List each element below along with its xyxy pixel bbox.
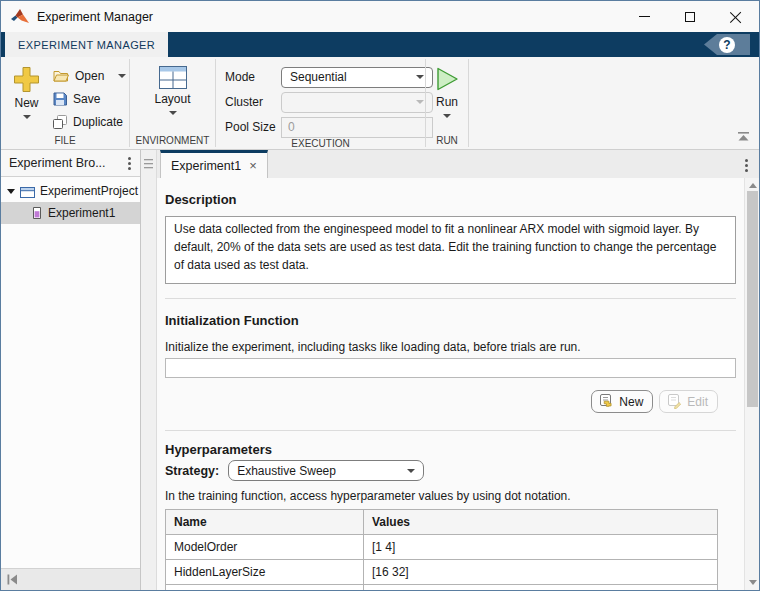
duplicate-button[interactable]: Duplicate: [50, 110, 129, 133]
hyperparameter-values[interactable]: [16 32]: [364, 560, 718, 585]
cluster-dropdown: [281, 92, 433, 113]
ribbon-group-environment: Layout ENVIRONMENT: [130, 57, 215, 149]
table-row[interactable]: ModelOrder [1 4]: [166, 535, 718, 560]
pool-size-label: Pool Size: [225, 120, 281, 134]
close-button[interactable]: [713, 1, 759, 32]
ribbon-group-execution: Mode Sequential Cluster Pool Size 0: [216, 57, 425, 149]
strategy-label: Strategy:: [165, 464, 219, 478]
section-separator: [165, 430, 736, 431]
maximize-button[interactable]: [667, 1, 713, 32]
mode-label: Mode: [225, 70, 281, 84]
cluster-caret-icon: [416, 100, 424, 104]
hyperparameter-name[interactable]: ModelOrder: [166, 535, 364, 560]
tree-item-experimentproject[interactable]: ExperimentProject: [1, 180, 140, 202]
table-row[interactable]: SampleRate [10 100]: [166, 585, 718, 591]
column-header-name[interactable]: Name: [166, 510, 364, 535]
tree-item-experiment1[interactable]: Experiment1: [1, 202, 140, 224]
edit-function-icon: [667, 394, 682, 409]
initialization-function-input[interactable]: [165, 358, 736, 378]
section-separator: [165, 298, 736, 299]
init-edit-button: Edit: [659, 390, 718, 413]
experiment-browser-header: Experiment Bro...: [1, 150, 140, 177]
browser-footer-bar: [1, 568, 140, 590]
minimize-button[interactable]: [621, 1, 667, 32]
minimize-icon: [639, 16, 650, 17]
vertical-scrollbar[interactable]: [744, 178, 759, 590]
save-button[interactable]: Save: [50, 87, 129, 110]
close-icon: [730, 11, 742, 23]
scroll-up-icon: [749, 183, 757, 188]
tree-item-label: ExperimentProject: [40, 184, 138, 198]
run-button[interactable]: Run: [428, 64, 466, 120]
hyperparameter-name[interactable]: HiddenLayerSize: [166, 560, 364, 585]
tab-experiment1[interactable]: Experiment1 ×: [160, 150, 268, 178]
collapse-panel-icon[interactable]: [7, 574, 18, 585]
tree-item-label: Experiment1: [48, 206, 115, 220]
help-button[interactable]: ?: [704, 34, 750, 55]
init-edit-label: Edit: [687, 395, 708, 409]
file-group-label: FILE: [1, 135, 129, 149]
experiment-browser-panel: Experiment Bro... ExperimentProject: [1, 150, 141, 590]
tab-label: Experiment1: [171, 159, 241, 173]
save-icon: [53, 92, 67, 106]
scroll-down-button[interactable]: [745, 575, 759, 590]
strategy-dropdown[interactable]: Exhaustive Sweep: [228, 460, 424, 481]
strategy-caret-icon: [407, 469, 415, 473]
description-heading: Description: [165, 192, 736, 207]
collapse-expander-icon[interactable]: [7, 189, 15, 194]
title-bar: Experiment Manager: [1, 1, 759, 32]
init-new-label: New: [619, 395, 643, 409]
splitter-grip-icon: [144, 158, 153, 172]
ribbon-group-run: Run RUN: [426, 57, 468, 149]
cluster-label: Cluster: [225, 95, 281, 109]
pool-size-field: 0: [281, 117, 433, 138]
experiment-browser-title: Experiment Bro...: [9, 156, 106, 170]
collapse-ribbon-button[interactable]: [737, 130, 750, 144]
experiment-tree: ExperimentProject Experiment1: [1, 177, 140, 568]
environment-group-label: ENVIRONMENT: [130, 135, 215, 149]
description-textarea[interactable]: Use data collected from the enginespeed …: [165, 216, 736, 284]
run-play-icon: [434, 66, 460, 92]
hyperparameter-name[interactable]: SampleRate: [166, 585, 364, 591]
hyperparameter-values[interactable]: [1 4]: [364, 535, 718, 560]
help-icon: ?: [719, 37, 735, 53]
toolstrip-tab-bar: EXPERIMENT MANAGER ?: [1, 32, 759, 57]
experiment-icon: [31, 206, 43, 220]
hyperparameters-table: Name Values ModelOrder [1 4] HiddenLayer…: [165, 509, 718, 590]
tab-close-icon[interactable]: ×: [249, 159, 257, 172]
mode-value: Sequential: [290, 70, 347, 84]
duplicate-icon: [53, 115, 67, 129]
new-plus-icon: [13, 66, 40, 93]
column-header-values[interactable]: Values: [364, 510, 718, 535]
experiment-manager-window: Experiment Manager EXPERIMENT MANAGER ? …: [0, 0, 760, 591]
ribbon-divider: [468, 59, 469, 147]
table-header-row: Name Values: [166, 510, 718, 535]
open-button[interactable]: Open: [50, 64, 129, 87]
scrollbar-thumb[interactable]: [747, 191, 758, 407]
toolstrip: New Open: [1, 57, 759, 150]
hyperparameters-heading: Hyperparameters: [165, 442, 736, 457]
run-group-label: RUN: [426, 135, 468, 149]
mode-dropdown[interactable]: Sequential: [281, 67, 433, 88]
strategy-value: Exhaustive Sweep: [237, 464, 336, 478]
new-button[interactable]: New: [7, 64, 46, 121]
hyperparameter-values[interactable]: [10 100]: [364, 585, 718, 591]
document-panel: Experiment1 × Description Use data colle…: [157, 150, 759, 590]
browser-menu-button[interactable]: [122, 155, 136, 172]
initialization-hint: Initialize the experiment, including tas…: [165, 340, 736, 354]
mode-caret-icon: [416, 75, 424, 79]
layout-button[interactable]: Layout: [148, 64, 196, 117]
init-new-button[interactable]: New: [591, 390, 653, 413]
panel-splitter[interactable]: [141, 150, 157, 590]
document-tab-strip: Experiment1 ×: [157, 150, 759, 178]
hyperparameters-hint: In the training function, access hyperpa…: [165, 489, 736, 503]
tab-experiment-manager[interactable]: EXPERIMENT MANAGER: [5, 32, 168, 57]
new-label: New: [14, 96, 38, 110]
table-row[interactable]: HiddenLayerSize [16 32]: [166, 560, 718, 585]
layout-dropdown-caret-icon: [169, 111, 177, 115]
document-menu-button[interactable]: [739, 157, 753, 174]
maximize-icon: [685, 12, 695, 22]
initialization-heading: Initialization Function: [165, 313, 736, 328]
layout-icon: [159, 66, 187, 89]
open-label: Open: [75, 69, 104, 83]
